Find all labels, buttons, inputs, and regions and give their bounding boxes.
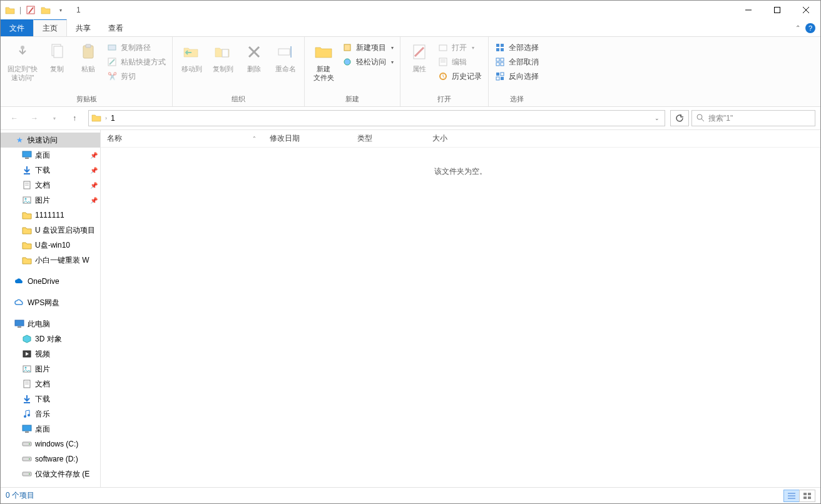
tree-item-label: windows (C:) <box>35 440 78 448</box>
ribbon-group-organize: 移动到 复制到 删除 重命名 组织 <box>173 37 305 106</box>
refresh-button[interactable] <box>670 110 689 126</box>
svg-rect-33 <box>496 73 499 76</box>
tree-item[interactable]: 音乐 <box>1 406 100 421</box>
svg-point-56 <box>24 415 26 418</box>
svg-rect-34 <box>501 73 504 76</box>
column-type[interactable]: 类型 <box>351 130 426 147</box>
star-icon: ★ <box>14 135 24 145</box>
tree-item-label: 桌面 <box>35 150 50 161</box>
collapse-ribbon-icon[interactable]: ⌃ <box>795 24 800 31</box>
copy-path-button[interactable]: 复制路径 <box>105 41 168 54</box>
details-view-button[interactable] <box>783 490 800 502</box>
forward-button[interactable]: → <box>26 109 43 127</box>
tree-quick-access[interactable]: ★快速访问 <box>1 133 100 148</box>
breadcrumb-item[interactable]: 1 <box>110 114 116 123</box>
qat-folder-icon[interactable] <box>3 3 17 17</box>
delete-button[interactable]: 删除 <box>239 38 269 73</box>
tab-view[interactable]: 查看 <box>99 19 132 36</box>
svg-point-61 <box>29 443 30 445</box>
ribbon-group-label: 剪贴板 <box>4 93 168 106</box>
desktop-icon <box>22 424 32 434</box>
properties-button[interactable]: 属性 <box>404 38 434 73</box>
search-input[interactable] <box>708 114 811 123</box>
drive-icon <box>22 469 32 479</box>
tab-file[interactable]: 文件 <box>1 19 33 36</box>
maximize-button[interactable] <box>763 1 792 19</box>
address-bar[interactable]: › 1 ⌄ <box>88 110 665 126</box>
select-none-button[interactable]: 全部取消 <box>492 55 541 69</box>
qat-dropdown-icon[interactable]: ▾ <box>54 3 68 17</box>
ribbon-group-select: 全部选择 全部取消 反向选择 选择 <box>489 37 545 106</box>
invert-selection-button[interactable]: 反向选择 <box>492 69 541 83</box>
recent-dropdown[interactable]: ▾ <box>46 109 63 127</box>
rename-button[interactable]: 重命名 <box>270 38 300 73</box>
minimize-button[interactable] <box>734 1 763 19</box>
svg-rect-30 <box>501 58 504 61</box>
tree-this-pc[interactable]: 此电脑 <box>1 316 100 331</box>
column-name[interactable]: 名称⌃ <box>101 130 263 147</box>
tree-item[interactable]: 文档📌 <box>1 178 100 193</box>
edit-button[interactable]: 编辑 <box>436 55 484 69</box>
tree-item[interactable]: U 盘设置启动项目 <box>1 223 100 238</box>
history-button[interactable]: 历史记录 <box>436 69 484 83</box>
column-modified[interactable]: 修改日期 <box>263 130 351 147</box>
qat-properties-icon[interactable] <box>24 3 38 17</box>
back-button[interactable]: ← <box>6 109 23 127</box>
pin-to-quick-access-button[interactable]: 固定到"快 速访问" <box>4 38 41 82</box>
copy-button[interactable]: 复制 <box>42 38 72 73</box>
item-count: 0 个项目 <box>6 490 34 501</box>
tree-item[interactable]: windows (C:) <box>1 436 100 451</box>
open-button[interactable]: 打开▾ <box>436 41 484 54</box>
tree-item[interactable]: 1111111 <box>1 208 100 223</box>
copy-to-button[interactable]: 复制到 <box>208 38 238 73</box>
svg-point-63 <box>29 458 30 460</box>
address-dropdown-icon[interactable]: ⌄ <box>652 115 662 121</box>
svg-rect-10 <box>108 45 116 50</box>
svg-rect-2 <box>775 8 780 13</box>
tree-item[interactable]: 文档 <box>1 376 100 391</box>
up-button[interactable]: ↑ <box>66 109 83 127</box>
select-all-button[interactable]: 全部选择 <box>492 41 541 54</box>
navigation-tree[interactable]: ★快速访问 桌面📌下载📌文档📌图片📌1111111U 盘设置启动项目U盘-win… <box>1 130 101 487</box>
move-to-button[interactable]: 移动到 <box>176 38 207 73</box>
pin-icon: 📌 <box>90 197 98 204</box>
column-size[interactable]: 大小 <box>426 130 489 147</box>
easy-access-button[interactable]: 轻松访问▾ <box>340 55 396 69</box>
close-button[interactable] <box>792 1 820 19</box>
tree-item[interactable]: 桌面 <box>1 421 100 436</box>
tab-home[interactable]: 主页 <box>33 19 67 36</box>
breadcrumb-separator[interactable]: › <box>105 115 107 121</box>
tree-onedrive[interactable]: OneDrive <box>1 274 100 289</box>
tree-item[interactable]: 3D 对象 <box>1 331 100 346</box>
tab-share[interactable]: 共享 <box>67 19 99 36</box>
tree-item[interactable]: 桌面📌 <box>1 148 100 163</box>
view-switcher <box>784 490 815 502</box>
svg-rect-71 <box>803 496 807 499</box>
new-folder-button[interactable]: 新建 文件夹 <box>309 38 339 82</box>
tree-item[interactable]: 图片 <box>1 361 100 376</box>
tree-item[interactable]: 小白一键重装 W <box>1 253 100 268</box>
cloud-icon <box>14 276 24 286</box>
desktop-icon <box>22 150 32 160</box>
tree-item[interactable]: 下载 <box>1 391 100 406</box>
tree-item[interactable]: 图片📌 <box>1 193 100 208</box>
qat-newfolder-icon[interactable] <box>39 3 53 17</box>
svg-rect-69 <box>803 493 807 495</box>
svg-rect-15 <box>278 49 290 55</box>
tree-item[interactable]: 下载📌 <box>1 163 100 178</box>
tree-item-label: 文档 <box>35 379 50 390</box>
search-box[interactable] <box>691 110 815 126</box>
icons-view-button[interactable] <box>799 490 815 502</box>
cut-button[interactable]: ✂️剪切 <box>105 69 168 83</box>
help-icon[interactable]: ? <box>805 23 815 33</box>
tree-wps[interactable]: WPS网盘 <box>1 295 100 310</box>
tree-item[interactable]: 视频 <box>1 346 100 361</box>
paste-shortcut-button[interactable]: 粘贴快捷方式 <box>105 55 168 69</box>
svg-rect-47 <box>15 320 24 326</box>
tree-item[interactable]: 仅做文件存放 (E <box>1 466 100 481</box>
paste-button[interactable]: 粘贴 <box>73 38 103 73</box>
new-item-button[interactable]: 新建项目▾ <box>340 41 396 54</box>
tree-item[interactable]: software (D:) <box>1 451 100 466</box>
tree-item[interactable]: U盘-win10 <box>1 238 100 253</box>
svg-rect-58 <box>23 425 31 431</box>
